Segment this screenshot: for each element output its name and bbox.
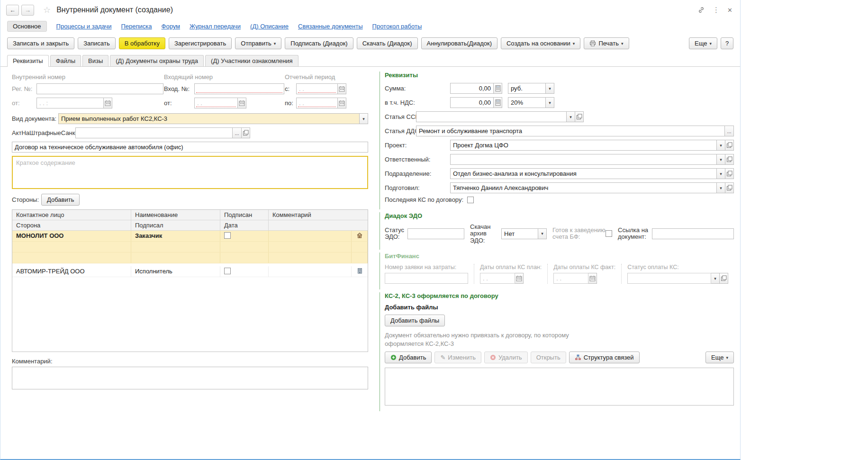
help-button[interactable]: ?	[721, 37, 733, 49]
prepared-input[interactable]: Тяпченко Даниил Александрович	[450, 182, 717, 193]
comment-cell[interactable]	[269, 266, 352, 277]
nav-link-transfer-log[interactable]: Журнал передачи	[190, 23, 241, 30]
prepared-dropdown-button[interactable]: ▾	[716, 182, 725, 193]
nav-tab-main[interactable]: Основное	[7, 21, 47, 32]
ks-fact-date-input[interactable]: . .	[553, 273, 588, 284]
project-dropdown-button[interactable]: ▾	[716, 140, 725, 151]
col-header-signer[interactable]: Подписал	[131, 220, 220, 231]
dds-input[interactable]: Ремонт и обслуживание транспорта	[416, 126, 725, 136]
tab-labor-safety-docs[interactable]: (Д) Документы охраны труда	[110, 55, 204, 66]
signed-checkbox[interactable]	[224, 232, 231, 239]
nav-link-related-docs[interactable]: Связанные документы	[298, 23, 363, 30]
incoming-date-input[interactable]: . .	[194, 98, 238, 108]
penalty-act-choose-button[interactable]: ...	[232, 127, 242, 138]
party-cell[interactable]: АВТОМИР-ТРЕЙД ООО	[12, 266, 131, 277]
last-ks-checkbox[interactable]	[467, 197, 474, 203]
add-files-button[interactable]: Добавить файлы	[385, 315, 445, 326]
edit-link-button[interactable]: ✎ Изменить	[434, 352, 481, 363]
responsible-dropdown-button[interactable]: ▾	[716, 154, 725, 165]
comment-textarea[interactable]	[12, 367, 368, 389]
tab-files[interactable]: Файлы	[50, 55, 81, 66]
edo-archive-dropdown-button[interactable]: ▾	[538, 228, 547, 239]
nav-link-correspondence[interactable]: Переписка	[121, 23, 152, 30]
send-button[interactable]: Отправить▾	[235, 37, 281, 49]
kebab-menu-icon[interactable]: ⋮	[713, 6, 720, 14]
comment-cell[interactable]	[269, 231, 352, 241]
doc-kind-input[interactable]: Прием выполненных работ КС2,КС-3	[58, 113, 360, 124]
col-header-signed[interactable]: Подписан	[220, 210, 269, 220]
internal-date-calendar-button[interactable]	[103, 98, 112, 108]
currency-dropdown-button[interactable]: ▾	[545, 83, 554, 94]
delete-link-button[interactable]: Удалить	[484, 352, 528, 363]
period-to-calendar-button[interactable]	[337, 98, 346, 108]
add-party-button[interactable]: Добавить	[41, 194, 80, 206]
party-cell[interactable]: МОНОЛИТ ООО	[12, 231, 131, 241]
doc-kind-dropdown-button[interactable]: ▾	[359, 113, 368, 124]
create-from-button[interactable]: Создать на основании▾	[501, 37, 580, 49]
save-close-button[interactable]: Записать и закрыть	[7, 37, 74, 49]
col-header-date[interactable]: Дата	[220, 220, 269, 231]
col-header-party[interactable]: Сторона	[12, 220, 131, 231]
ssr-open-button[interactable]	[575, 111, 584, 122]
save-button[interactable]: Записать	[78, 37, 116, 49]
ssr-input[interactable]	[416, 111, 567, 122]
prepared-open-button[interactable]	[725, 182, 734, 193]
responsible-input[interactable]	[450, 154, 717, 165]
signed-checkbox[interactable]	[224, 268, 231, 274]
ks-fact-calendar-button[interactable]	[588, 273, 597, 284]
vat-rate-dropdown-button[interactable]: ▾	[545, 97, 554, 108]
to-processing-button[interactable]: В обработку	[119, 37, 165, 49]
vat-rate-input[interactable]: 20%	[508, 97, 546, 108]
table-row[interactable]	[12, 242, 368, 253]
reg-number-input[interactable]	[36, 83, 163, 94]
sum-input[interactable]: 0,00	[450, 83, 494, 94]
table-row[interactable]: МОНОЛИТ ООО Заказчик	[12, 231, 368, 242]
table-row[interactable]: АВТОМИР-ТРЕЙД ООО Исполнитель	[12, 266, 368, 277]
annul-diadoc-button[interactable]: Аннулировать(Диадок)	[421, 37, 497, 49]
currency-input[interactable]: руб.	[508, 83, 546, 94]
nav-link-processes[interactable]: Процессы и задачи	[56, 23, 112, 30]
role-cell[interactable]: Исполнитель	[131, 266, 220, 277]
nav-link-description[interactable]: (Д) Описание	[250, 23, 289, 30]
ks-plan-calendar-button[interactable]	[515, 273, 524, 284]
edo-archive-input[interactable]: Нет	[501, 228, 538, 239]
nav-link-forum[interactable]: Форум	[162, 23, 181, 30]
more-button[interactable]: Еще▾	[689, 37, 717, 49]
favorite-star-icon[interactable]: ☆	[43, 5, 51, 15]
add-link-button[interactable]: Добавить	[385, 352, 432, 363]
nav-link-work-protocol[interactable]: Протокол работы	[372, 23, 422, 30]
sum-calculator-button[interactable]	[493, 83, 502, 94]
print-button[interactable]: Печать ▾	[584, 37, 629, 49]
edo-status-input[interactable]	[407, 228, 464, 239]
vat-input[interactable]: 0,00	[450, 97, 494, 108]
col-header-contact[interactable]: Контактное лицо	[12, 210, 131, 220]
tab-visas[interactable]: Визы	[82, 55, 108, 66]
col-header-name[interactable]: Наименование	[131, 210, 220, 220]
summary-textarea[interactable]: Краткое содержание	[12, 156, 368, 189]
forward-button[interactable]: →	[21, 5, 34, 16]
incoming-date-calendar-button[interactable]	[237, 98, 246, 108]
doc-link-input[interactable]	[652, 228, 734, 239]
vat-calculator-button[interactable]	[493, 97, 502, 108]
project-open-button[interactable]	[725, 140, 734, 151]
col-header-comment[interactable]: Комментарий	[269, 210, 368, 220]
table-row[interactable]	[12, 253, 368, 263]
project-input[interactable]: Проект Догма ЦФО	[450, 140, 717, 151]
penalty-act-open-button[interactable]	[241, 127, 250, 138]
dds-choose-button[interactable]: ...	[724, 126, 734, 136]
ks-pay-status-input[interactable]	[627, 273, 711, 284]
back-button[interactable]: ←	[6, 5, 19, 16]
tab-requisites[interactable]: Реквизиты	[7, 55, 49, 67]
department-input[interactable]: Отдел бизнес-анализа и консультирования	[450, 168, 717, 179]
register-button[interactable]: Зарегистрировать	[169, 37, 232, 49]
tab-acquaintance-participants[interactable]: (Д) Участники ознакомления	[205, 55, 298, 66]
structure-button[interactable]: Структура связей	[569, 352, 640, 363]
ks-pay-status-dropdown-button[interactable]: ▾	[711, 273, 720, 284]
period-to-input[interactable]: . .	[296, 98, 338, 108]
penalty-act-input[interactable]	[75, 127, 233, 138]
period-from-input[interactable]: . .	[296, 83, 338, 94]
incoming-number-input[interactable]	[194, 83, 284, 94]
ks-plan-date-input[interactable]: . .	[480, 273, 515, 284]
contract-links-list[interactable]	[385, 368, 734, 406]
sign-diadoc-button[interactable]: Подписать (Диадок)	[285, 37, 353, 49]
